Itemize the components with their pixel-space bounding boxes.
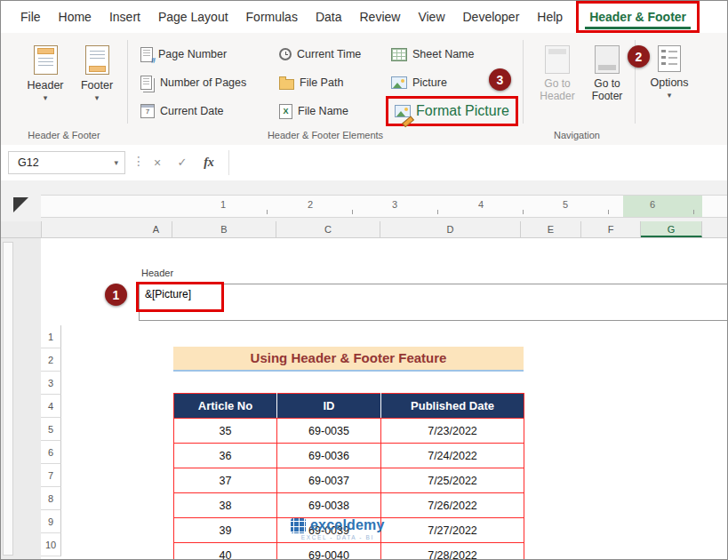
column-header-b[interactable]: B [172, 221, 276, 237]
sheet-name-icon [391, 48, 407, 61]
column-header-g-selected[interactable]: G [641, 221, 702, 237]
group-navigation: Go to Header Go to Footer Options ▾ Navi… [524, 33, 728, 145]
cell[interactable]: 35 [174, 419, 277, 444]
ruler-minor-tick [267, 210, 268, 214]
table-row: 39 69-0039 7/27/2022 [174, 518, 524, 543]
pencil-icon [402, 116, 414, 127]
tab-developer[interactable]: Developer [454, 1, 529, 33]
page-number-label: Page Number [158, 48, 227, 60]
margin-marker-icon [13, 197, 28, 212]
column-header-f[interactable]: F [581, 221, 641, 237]
page-number-button[interactable]: Page Number [140, 42, 227, 67]
cell[interactable]: 69-0037 [277, 468, 381, 493]
row-header-5[interactable]: 5 [41, 418, 61, 441]
formula-bar: G12 ▾ ⋮ × ✓ fx [1, 145, 727, 181]
page-header-cell-center[interactable] [343, 284, 546, 321]
cell[interactable]: 7/26/2022 [381, 493, 524, 518]
ruler-minor-tick [608, 210, 609, 214]
tab-data[interactable]: Data [307, 1, 351, 33]
table-row: 40 69-0040 7/28/2022 [174, 543, 524, 560]
worksheet-title[interactable]: Using Header & Footer Feature [173, 347, 524, 372]
header-corner [1, 221, 42, 237]
cell[interactable]: 37 [174, 468, 277, 493]
name-box-chevron-icon[interactable]: ▾ [114, 152, 118, 173]
column-header-d[interactable]: D [380, 221, 521, 237]
format-picture-button[interactable]: Format Picture [395, 103, 509, 119]
footer-button[interactable]: Footer ▾ [72, 36, 122, 124]
cell[interactable]: 38 [174, 493, 277, 518]
ruler-minor-tick [437, 210, 438, 214]
divider [228, 150, 229, 175]
tab-formulas[interactable]: Formulas [237, 1, 307, 33]
row-header-7[interactable]: 7 [41, 464, 61, 487]
cancel-button[interactable]: × [147, 152, 168, 173]
options-label: Options [650, 76, 688, 89]
cell[interactable]: 69-0035 [277, 419, 381, 444]
file-name-label: File Name [298, 105, 348, 117]
tab-home[interactable]: Home [50, 1, 100, 33]
tab-insert[interactable]: Insert [100, 1, 149, 33]
cell[interactable]: 7/27/2022 [381, 518, 524, 543]
current-date-button[interactable]: Current Date [140, 99, 224, 124]
tab-file[interactable]: File [12, 1, 50, 33]
table-header-published-date[interactable]: Published Date [381, 394, 524, 419]
file-name-button[interactable]: File Name [279, 99, 348, 124]
table-header-row: Article No ID Published Date [174, 394, 524, 419]
row-header-8[interactable]: 8 [41, 487, 61, 510]
cell[interactable]: 36 [174, 444, 277, 468]
cell[interactable]: 7/25/2022 [381, 468, 524, 493]
column-header-e[interactable]: E [521, 221, 581, 237]
cell[interactable]: 40 [174, 543, 277, 560]
row-header-9[interactable]: 9 [41, 510, 61, 533]
row-header-4[interactable]: 4 [41, 395, 61, 418]
ribbon: Header ▾ Footer ▾ Header & Footer Page N… [1, 33, 727, 146]
cell[interactable]: 39 [174, 518, 277, 543]
cell[interactable]: 7/24/2022 [381, 444, 524, 468]
go-to-header-button[interactable]: Go to Header [532, 36, 582, 124]
table-row: 37 69-0037 7/25/2022 [174, 468, 524, 493]
cell[interactable]: 69-0039 [277, 518, 381, 543]
picture-label: Picture [412, 76, 447, 89]
column-header-a[interactable]: A [140, 221, 172, 237]
format-picture-label: Format Picture [416, 103, 509, 119]
picture-button[interactable]: Picture [391, 70, 447, 95]
go-to-footer-button[interactable]: Go to Footer [582, 36, 632, 124]
insert-function-button[interactable]: fx [198, 152, 220, 173]
options-button[interactable]: Options ▾ [643, 36, 696, 124]
tab-review[interactable]: Review [351, 1, 410, 33]
cell[interactable]: 69-0036 [277, 444, 381, 468]
column-header-c[interactable]: C [276, 221, 380, 237]
name-box-value: G12 [18, 152, 39, 173]
formula-input[interactable] [230, 145, 727, 180]
ruler-tick: 4 [478, 199, 484, 210]
cell[interactable]: 7/23/2022 [381, 419, 524, 444]
ruler-minor-tick [693, 210, 694, 214]
table-header-article-no[interactable]: Article No [174, 394, 277, 419]
vertical-ruler [3, 242, 13, 556]
header-button[interactable]: Header ▾ [20, 36, 70, 124]
row-header-1[interactable]: 1 [41, 325, 61, 348]
enter-button[interactable]: ✓ [172, 152, 193, 173]
tab-header-footer[interactable]: Header & Footer [589, 10, 686, 24]
cell[interactable]: 69-0040 [277, 543, 381, 560]
page-header-cell-right[interactable] [545, 284, 727, 321]
row-header-3[interactable]: 3 [41, 372, 61, 395]
tab-view[interactable]: View [409, 1, 453, 33]
ruler-band: 1 2 3 4 5 6 [41, 195, 727, 218]
sheet-name-button[interactable]: Sheet Name [391, 42, 474, 67]
header-code-highlight-box [136, 282, 224, 312]
cell[interactable]: 69-0038 [277, 493, 381, 518]
row-header-2[interactable]: 2 [41, 348, 61, 372]
table-header-id[interactable]: ID [277, 394, 381, 419]
row-header-6[interactable]: 6 [41, 441, 61, 464]
tab-page-layout[interactable]: Page Layout [149, 1, 237, 33]
tab-help[interactable]: Help [528, 1, 572, 33]
row-header-10[interactable]: 10 [41, 533, 61, 556]
file-path-button[interactable]: File Path [279, 70, 343, 95]
table-row: 35 69-0035 7/23/2022 [174, 419, 524, 444]
name-box[interactable]: G12 ▾ [8, 151, 125, 174]
file-path-icon [279, 79, 294, 90]
number-of-pages-button[interactable]: Number of Pages [140, 70, 246, 95]
current-time-button[interactable]: Current Time [279, 42, 361, 67]
cell[interactable]: 7/28/2022 [381, 543, 524, 560]
